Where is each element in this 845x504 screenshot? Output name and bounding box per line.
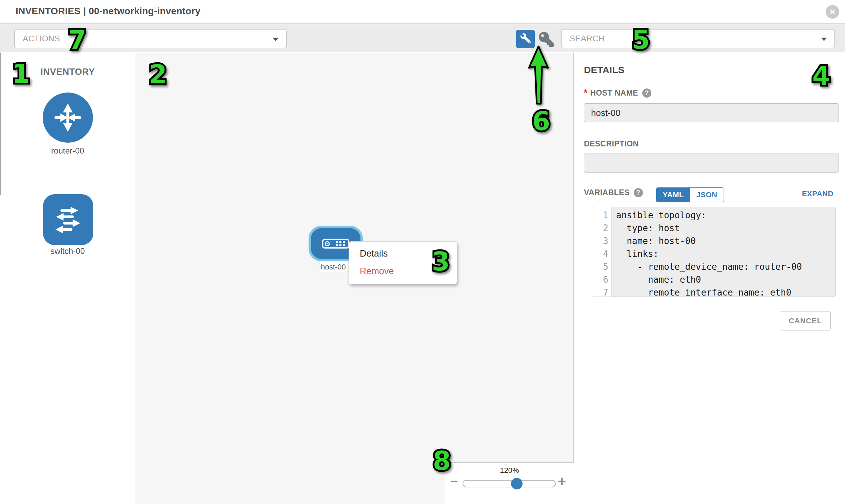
zoom-out-minus-icon[interactable]: − [448,474,460,489]
context-menu: Details Remove [349,241,457,284]
actions-dropdown[interactable]: ACTIONS [14,29,286,48]
zoom-slider-track[interactable] [462,480,556,487]
chevron-down-icon [821,38,827,41]
cancel-button[interactable]: CANCEL [780,311,831,330]
variables-label-row: VARIABLES ? [584,188,643,197]
editor-code-area[interactable]: ansible_topology: type: host name: host-… [612,207,835,296]
inventory-heading: INVENTORY [0,67,135,77]
help-icon[interactable]: ? [634,188,643,197]
variables-code-editor[interactable]: 1 2 3 4 5 6 7 ansible_topology: type: ho… [592,207,836,297]
key-icon [539,32,554,47]
host-name-input[interactable] [584,103,839,122]
description-label-row: DESCRIPTION [584,139,639,148]
tools-button[interactable] [516,30,535,48]
topology-canvas[interactable]: host-00 Details Remove 120% − + [135,53,574,504]
toggle-yaml-button[interactable]: YAML [656,188,690,202]
router-icon [50,100,85,135]
expand-link[interactable]: EXPAND [802,190,833,198]
code-line: ansible_topology: [616,209,835,222]
details-panel: DETAILS * HOST NAME ? DESCRIPTION VARIAB… [574,53,845,504]
zoom-slider-thumb[interactable] [511,478,523,489]
wrench-icon [521,33,531,45]
menu-item-remove[interactable]: Remove [349,262,457,280]
code-line: - remote_device_name: router-00 [616,260,835,273]
page-title: INVENTORIES | 00-networking-inventory [16,6,200,17]
host-name-label: HOST NAME [591,88,638,97]
editor-line-numbers: 1 2 3 4 5 6 7 [592,207,612,296]
zoom-level: 120% [445,466,574,475]
chevron-down-icon [272,38,279,41]
switch-icon [51,201,86,238]
actions-dropdown-label: ACTIONS [23,34,60,43]
zoom-control: 120% − + [445,462,574,504]
code-line: links: [616,248,835,260]
menu-item-details[interactable]: Details [349,245,457,262]
key-button[interactable] [538,31,555,48]
code-line: remote_interface_name: eth0 [616,286,835,297]
search-dropdown[interactable]: SEARCH [561,29,835,48]
code-line: name: eth0 [616,273,835,286]
description-input[interactable] [584,154,839,173]
inventory-sidebar: INVENTORY router-00 [0,53,135,504]
search-placeholder: SEARCH [570,34,604,43]
sidebar-item-router[interactable] [43,92,93,143]
router-label: router-00 [0,146,135,156]
variables-label: VARIABLES [584,188,630,197]
host-node-label: host-00 [320,262,347,272]
close-icon[interactable]: ✕ [826,5,839,19]
sidebar-item-switch[interactable] [43,194,93,245]
server-icon [322,239,350,249]
description-label: DESCRIPTION [584,139,639,148]
variables-format-toggle: YAML JSON [656,187,724,202]
inventory-topology-app: INVENTORIES | 00-networking-inventory ✕ … [0,0,845,504]
code-line: type: host [616,222,835,235]
host-name-label-row: * HOST NAME ? [584,88,651,98]
zoom-in-plus-icon[interactable]: + [555,473,569,489]
switch-label: switch-00 [0,247,135,256]
required-asterisk: * [584,88,588,98]
code-line: name: host-00 [616,235,835,248]
help-icon[interactable]: ? [642,88,651,97]
window-header: INVENTORIES | 00-networking-inventory ✕ [0,0,845,24]
left-scrollbar-fragment [0,53,1,195]
details-title: DETAILS [584,65,624,76]
toggle-json-button[interactable]: JSON [690,188,724,202]
